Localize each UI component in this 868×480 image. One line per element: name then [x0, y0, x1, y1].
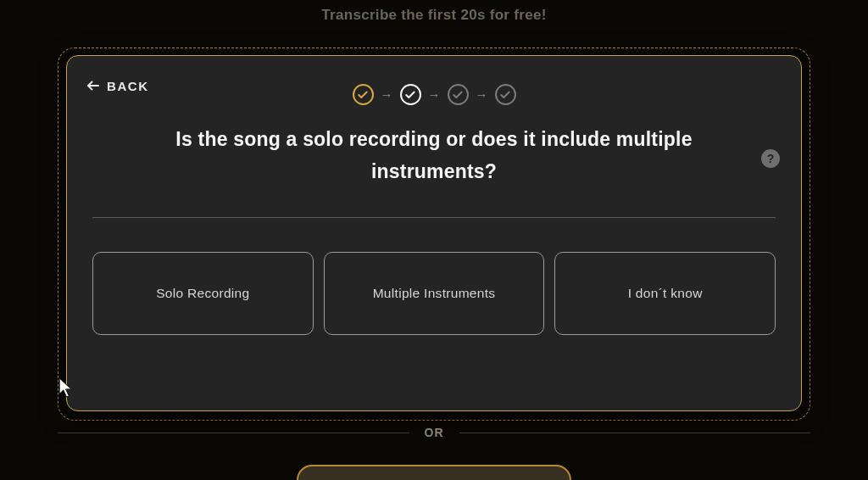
back-button[interactable]: BACK	[86, 78, 149, 93]
check-icon	[404, 89, 416, 101]
arrow-right-icon: →	[476, 87, 488, 102]
question-wrap: Is the song a solo recording or does it …	[92, 124, 776, 188]
question-text: Is the song a solo recording or does it …	[143, 124, 725, 188]
option-multiple-instruments[interactable]: Multiple Instruments	[324, 252, 545, 335]
or-separator: OR	[58, 426, 810, 439]
step-2	[400, 84, 421, 105]
divider	[92, 217, 776, 218]
progress-stepper: → → →	[92, 84, 776, 105]
back-label: BACK	[107, 79, 149, 93]
check-icon	[357, 89, 369, 101]
check-icon	[452, 89, 464, 101]
upload-button[interactable]	[297, 465, 571, 480]
step-4	[495, 84, 516, 105]
options-row: Solo Recording Multiple Instruments I do…	[92, 252, 776, 335]
check-icon	[499, 89, 511, 101]
option-dont-know[interactable]: I don´t know	[554, 252, 776, 335]
or-text: OR	[425, 426, 444, 439]
or-line-left	[58, 433, 409, 433]
arrow-left-icon	[86, 78, 101, 93]
arrow-right-icon: →	[381, 87, 393, 102]
step-1	[353, 84, 374, 105]
arrow-right-icon: →	[428, 87, 441, 102]
or-line-right	[459, 433, 811, 433]
step-3	[448, 84, 469, 105]
question-modal: BACK → → → Is the song a solo recording …	[66, 55, 802, 411]
help-icon[interactable]: ?	[761, 149, 780, 168]
option-solo-recording[interactable]: Solo Recording	[92, 252, 314, 335]
promo-text: Transcribe the first 20s for free!	[0, 7, 868, 24]
